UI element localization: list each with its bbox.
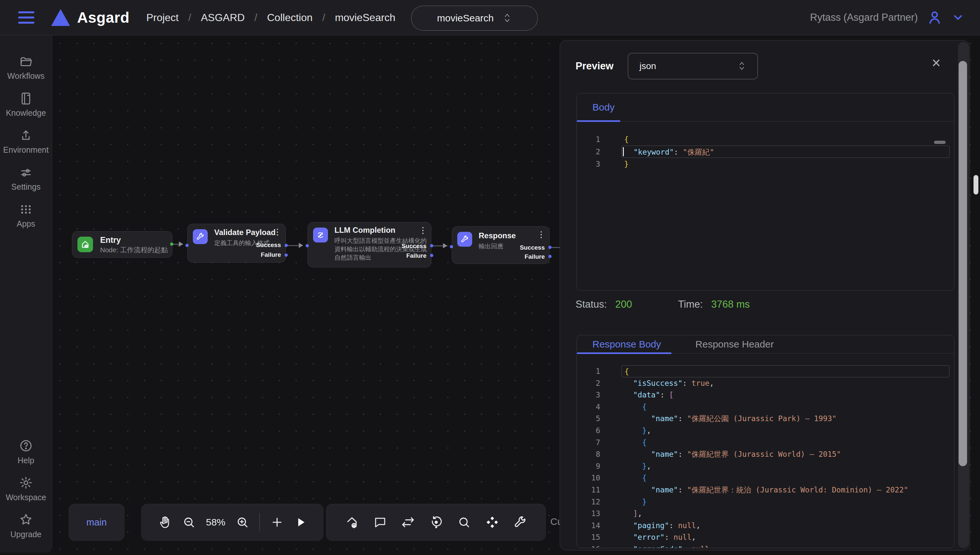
sidebar-item-apps[interactable]: Apps (0, 203, 52, 229)
hamburger-menu-icon[interactable] (18, 11, 34, 24)
node-response[interactable]: Response 輸出回應 Success Failure (452, 226, 549, 264)
port-response-failure[interactable] (548, 255, 552, 258)
sidebar-item-knowledge[interactable]: Knowledge (0, 92, 52, 118)
sidebar-item-label: Workflows (8, 71, 45, 81)
code-line: 3 "data": [ (577, 389, 954, 401)
breadcrumb-moviesearch[interactable]: movieSearch (335, 12, 396, 24)
node-title: LLM Completion (335, 226, 396, 235)
search-icon[interactable] (457, 515, 471, 529)
breadcrumb-separator: / (255, 12, 257, 24)
breadcrumb-project[interactable]: Project (146, 12, 179, 24)
run-workflow-icon[interactable] (294, 516, 307, 529)
workflow-select-value: movieSearch (437, 13, 493, 24)
user-icon[interactable] (926, 9, 943, 26)
sidebar-item-label: Settings (11, 182, 40, 192)
sidebar-item-upgrade[interactable]: Upgrade (0, 513, 52, 539)
code-line: 10 { (577, 472, 954, 484)
response-json-viewer[interactable]: 1{2 "isSuccess": true,3 "data": [4 {5 "n… (577, 354, 954, 548)
port-validate-input[interactable] (186, 244, 189, 247)
panel-scrollbar-track[interactable] (958, 42, 969, 548)
editor-scrollbar-dash[interactable] (934, 141, 946, 144)
zoom-out-icon[interactable] (182, 515, 196, 529)
port-llm-success[interactable] (430, 244, 433, 247)
tab-response-body[interactable]: Response Body (592, 339, 661, 350)
tab-body[interactable]: Body (592, 102, 615, 113)
comment-icon[interactable] (373, 515, 387, 529)
format-select-value: json (639, 61, 656, 71)
line-number: 15 (577, 531, 600, 543)
port-label-success: Success (402, 242, 426, 250)
sidebar-item-workflows[interactable]: Workflows (0, 55, 52, 81)
line-number: 1 (577, 365, 600, 377)
breadcrumb-asgard[interactable]: ASGARD (201, 12, 245, 24)
port-llm-input[interactable] (306, 244, 309, 247)
close-panel-icon[interactable]: ✕ (931, 58, 941, 69)
node-llm-completion[interactable]: LLM Completion 呼叫大型語言模型並產生結構化的資料輸出以輔助流程的… (307, 222, 431, 268)
kebab-menu-icon[interactable] (420, 226, 426, 235)
port-entry-output[interactable] (170, 242, 173, 246)
app-window: Asgard Project / ASGARD / Collection / m… (0, 0, 980, 555)
align-diamond-icon[interactable] (485, 515, 500, 529)
node-title: Validate Payload (214, 228, 275, 237)
code-line: 2 "isSuccess": true, (577, 377, 954, 389)
node-validate-payload[interactable]: Validate Payload 定義工具的輸入格式 Success Failu… (187, 224, 286, 263)
help-circle-icon (19, 439, 33, 452)
code-line: 15 "error": null, (577, 531, 954, 543)
code-line: 7 { (577, 437, 954, 449)
code-line: 9 }, (577, 460, 954, 472)
sidebar-item-environment[interactable]: Environment (0, 129, 52, 155)
chevron-down-icon[interactable] (951, 11, 964, 24)
edge-arrow-icon (299, 243, 303, 248)
port-validate-failure[interactable] (285, 253, 288, 257)
code-line: 1{ (577, 365, 954, 377)
line-number: 4 (577, 401, 600, 413)
sidebar-item-settings[interactable]: Settings (0, 166, 52, 192)
upload-icon (19, 129, 32, 142)
swap-arrows-icon[interactable] (401, 515, 415, 529)
sidebar-item-label: Workspace (6, 493, 46, 502)
pan-hand-icon[interactable] (157, 515, 172, 529)
preview-panel: Preview json ✕ Body 1{2 "keyword": "侏羅紀"… (560, 40, 970, 550)
tab-response-header[interactable]: Response Header (695, 339, 774, 350)
port-llm-failure[interactable] (430, 254, 433, 257)
panel-scrollbar-thumb[interactable] (959, 61, 967, 466)
sidebar-item-label: Environment (3, 145, 49, 155)
code-line: 1{ (577, 133, 954, 146)
node-entry[interactable]: Entry Node: 工作流程的起點 (72, 231, 172, 258)
breadcrumb-collection[interactable]: Collection (267, 12, 313, 24)
node-subtitle: 輸出回應 (479, 242, 503, 250)
port-validate-success[interactable] (285, 244, 288, 247)
zoom-level-label[interactable]: 58% (206, 517, 225, 528)
code-line: 5 "name": "侏羅紀公園 (Jurassic Park) – 1993" (577, 413, 954, 425)
port-response-input[interactable] (450, 245, 453, 248)
branch-button[interactable]: main (69, 504, 125, 541)
code-line: 11 "name": "侏羅紀世界：統治 (Jurassic World: Do… (577, 484, 954, 496)
edge-arrow-icon (443, 243, 447, 248)
add-entry-node-icon[interactable] (345, 515, 359, 529)
node-palette-toolbar (326, 504, 546, 541)
sliders-icon (19, 166, 32, 179)
sidebar-item-help[interactable]: Help (0, 439, 52, 465)
tools-wrench-icon[interactable] (513, 515, 527, 529)
window-scrollbar-thumb[interactable] (974, 175, 978, 194)
response-tabs: Response Body Response Header (577, 335, 954, 354)
kebab-menu-icon[interactable] (274, 228, 281, 236)
add-node-icon[interactable] (270, 515, 284, 529)
active-tab-underline (577, 352, 671, 354)
zoom-in-icon[interactable] (235, 515, 249, 529)
line-number: 12 (577, 496, 600, 508)
entry-node-icon (77, 237, 93, 252)
rotate-pin-icon[interactable] (429, 515, 444, 529)
wrench-node-icon (457, 232, 472, 247)
left-sidebar: Workflows Knowledge Environment Settings (0, 35, 52, 552)
kebab-menu-icon[interactable] (538, 231, 545, 239)
port-label-failure: Failure (525, 253, 545, 260)
format-select[interactable]: json (628, 53, 758, 79)
workflow-select[interactable]: movieSearch (411, 5, 538, 31)
active-tab-underline (577, 120, 620, 122)
request-json-editor[interactable]: 1{2 "keyword": "侏羅紀"3} (577, 122, 954, 170)
sidebar-item-label: Help (18, 456, 34, 465)
port-response-success[interactable] (548, 246, 552, 249)
breadcrumb-separator: / (188, 12, 191, 24)
sidebar-item-workspace[interactable]: Workspace (0, 476, 52, 502)
